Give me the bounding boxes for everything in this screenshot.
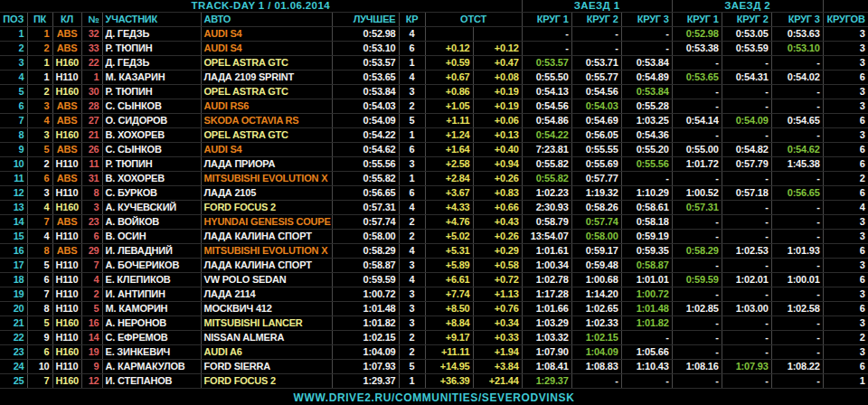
gap-interval-cell: +0.13 [473, 128, 522, 143]
laps-total-cell: 6 [823, 157, 868, 172]
lap-time-cell: 1:00.01 [771, 273, 823, 287]
position-cell: 23 [0, 345, 27, 360]
best-lap-number-cell: 3 [399, 316, 425, 331]
class-cell: Н160 [52, 345, 81, 360]
lap-time-cell: - [722, 128, 771, 143]
class-rank-cell: 4 [27, 201, 52, 215]
laps-total-cell: 2 [823, 331, 868, 345]
gap-to-leader-cell: +5.02 [425, 230, 473, 244]
lap-time-cell: 0:54.82 [722, 143, 771, 157]
column-header-pos: ПОЗ [0, 13, 27, 27]
gap-interval-cell: +1.94 [473, 345, 522, 360]
lap-time-cell: 0:57.18 [722, 186, 771, 201]
position-cell: 10 [0, 157, 27, 172]
best-time-cell: 0:53.65 [332, 71, 399, 85]
car-cell: FORD FOCUS 2 [201, 374, 332, 389]
lap-time-cell: 0:55.77 [571, 71, 621, 85]
car-cell: ЛАДА 2105 [201, 186, 332, 201]
car-number-cell: 3 [81, 201, 102, 215]
best-lap-number-cell: 1 [399, 56, 425, 71]
car-cell: AUDI RS6 [201, 99, 332, 114]
best-lap-number-cell: 5 [399, 114, 425, 128]
lap-time-cell: 1:08.83 [571, 360, 621, 374]
car-number-cell: 8 [81, 186, 102, 201]
class-rank-cell: 1 [27, 27, 52, 42]
laps-total-cell: 3 [823, 99, 868, 114]
lap-time-cell: - [672, 259, 722, 273]
lap-time-cell: - [571, 374, 621, 389]
class-rank-cell: 5 [27, 259, 52, 273]
position-cell: 22 [0, 331, 27, 345]
laps-total-cell: 3 [823, 316, 868, 331]
position-cell: 6 [0, 99, 27, 114]
best-lap-number-cell: 1 [399, 128, 425, 143]
car-number-cell: 2 [81, 287, 102, 302]
table-row: 102Н11011Р. ТЮПИНЛАДА ПРИОРА0:55.563+2.5… [0, 157, 868, 172]
table-row: 147ABS23А. ВОЙКОВHYUNDAI GENESIS COUPE0:… [0, 215, 868, 230]
gap-to-leader-cell: +3.67 [425, 186, 473, 201]
table-row: 208Н1105М. КАМОРИНМОСКВИЧ 4121:01.483+8.… [0, 302, 868, 316]
lap-time-cell: 0:55.69 [571, 157, 621, 172]
driver-cell: А. НЕРОНОВ [102, 316, 201, 331]
table-row: 215Н16016А. НЕРОНОВMITSUBISHI LANCER1:01… [0, 316, 868, 331]
lap-time-cell: - [771, 259, 823, 273]
lap-time-cell: 0:54.13 [522, 85, 571, 99]
column-header-cls: КЛ [52, 13, 81, 27]
position-cell: 2 [0, 42, 27, 56]
lap-time-cell: 0:58.61 [621, 201, 672, 215]
position-cell: 14 [0, 215, 27, 230]
lap-time-cell: 1:05.66 [621, 345, 672, 360]
gap-interval-cell: +21.44 [473, 374, 522, 389]
lap-time-cell: 0:54.14 [672, 114, 722, 128]
table-row: 257Н16012И. СТЕПАНОВFORD FOCUS 21:29.371… [0, 374, 868, 389]
table-row: 197Н1102И. АНТИПИНЛАДА 21141:00.723+7.74… [0, 287, 868, 302]
lap-time-cell: - [722, 201, 771, 215]
best-time-cell: 0:57.74 [332, 215, 399, 230]
best-time-cell: 0:52.98 [332, 27, 399, 42]
driver-cell: С. БУРКОВ [102, 186, 201, 201]
position-cell: 13 [0, 201, 27, 215]
lap-time-cell: - [771, 215, 823, 230]
gap-interval-cell: +0.76 [473, 302, 522, 316]
lap-time-cell: 0:57.79 [722, 157, 771, 172]
car-number-cell: 5 [81, 302, 102, 316]
position-cell: 11 [0, 172, 27, 186]
driver-cell: И. ЛЕВАДНИЙ [102, 244, 201, 259]
car-cell: AUDI S4 [201, 42, 332, 56]
lap-time-cell: - [722, 99, 771, 114]
footer-link[interactable]: WWW.DRIVE2.RU/COMMUNITIES/SEVERODVINSK [294, 391, 575, 404]
best-lap-number-cell: 2 [399, 99, 425, 114]
lap-time-cell: 0:53.38 [672, 42, 722, 56]
lap-time-cell: - [621, 42, 672, 56]
car-cell: ЛАДА 2114 [201, 287, 332, 302]
lap-time-cell: 13:54.07 [522, 230, 571, 244]
lap-time-cell: 0:54.56 [522, 99, 571, 114]
driver-cell: А. КУЧЕВСКИЙ [102, 201, 201, 215]
laps-total-cell: 6 [823, 302, 868, 316]
lap-time-cell: 1:02.78 [522, 273, 571, 287]
best-lap-number-cell: 3 [399, 259, 425, 273]
lap-time-cell: - [771, 85, 823, 99]
gap-to-leader-cell: +1.05 [425, 99, 473, 114]
table-row: 74ABS27О. СИДОРОВSKODA OCTAVIA RS0:54.09… [0, 114, 868, 128]
lap-time-cell: 1:03.00 [722, 302, 771, 316]
lap-time-cell: 0:58.18 [621, 215, 672, 230]
lap-time-cell: - [722, 172, 771, 186]
class-cell: Н110 [52, 230, 81, 244]
class-cell: Н110 [52, 273, 81, 287]
position-cell: 12 [0, 186, 27, 201]
gap-interval-cell: +0.29 [473, 244, 522, 259]
laps-total-cell: 3 [823, 259, 868, 273]
car-cell: MITSUBISHI EVOLUTION X [201, 172, 332, 186]
gap-to-leader-cell: +9.17 [425, 331, 473, 345]
lap-time-cell: 1:29.37 [522, 374, 571, 389]
best-time-cell: 0:55.56 [332, 157, 399, 172]
car-number-cell: 9 [81, 360, 102, 374]
gap-to-leader-cell: +1.24 [425, 128, 473, 143]
best-lap-number-cell: 4 [399, 27, 425, 42]
lap-time-cell: 0:53.05 [722, 27, 771, 42]
title-row: TRACK-DAY 1 / 01.06.2014 ЗАЕЗД 1 ЗАЕЗД 2 [0, 0, 868, 13]
gap-interval-cell: +0.83 [473, 186, 522, 201]
gap-interval-cell: +0.26 [473, 172, 522, 186]
best-lap-number-cell: 1 [399, 374, 425, 389]
